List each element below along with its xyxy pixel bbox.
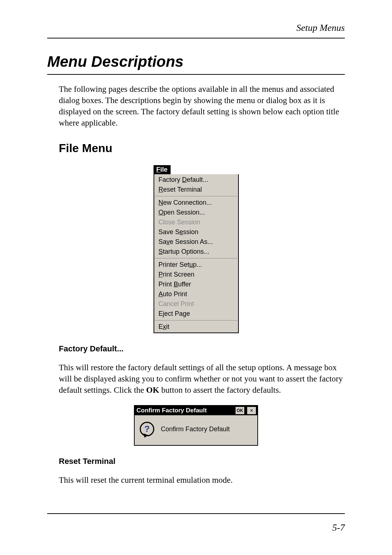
manual-page: Setup Menus Menu Descriptions The follow… <box>0 0 392 555</box>
menu-item[interactable]: Eject Page <box>154 309 238 319</box>
opt1-text-after: button to assert the factory defaults. <box>159 385 281 395</box>
intro-paragraph: The following pages describe the options… <box>59 83 345 128</box>
option-body-reset-terminal: This will reset the current terminal emu… <box>59 474 345 486</box>
section-heading-file-menu: File Menu <box>59 142 345 155</box>
question-glyph: ? <box>144 424 150 434</box>
menu-item[interactable]: Save Session <box>154 227 238 237</box>
menu-separator <box>155 258 237 258</box>
dialog-title: Confirm Factory Default <box>136 407 233 414</box>
running-header: Setup Menus <box>47 23 345 33</box>
menu-item[interactable]: Reset Terminal <box>154 185 238 195</box>
option-title-reset-terminal: Reset Terminal <box>59 457 345 466</box>
menu-item[interactable]: Save Session As... <box>154 237 238 247</box>
dialog-body: ? Confirm Factory Default <box>135 415 257 445</box>
header-rule <box>47 38 345 38</box>
opt1-text-bold: OK <box>146 385 159 395</box>
page-number: 5-7 <box>332 522 345 533</box>
menu-item[interactable]: Exit <box>154 322 238 332</box>
close-button[interactable]: × <box>247 407 256 415</box>
menu-item[interactable]: Factory Default... <box>154 175 238 185</box>
menu-tab-accel: F <box>156 166 160 173</box>
menu-item[interactable]: Open Session... <box>154 208 238 217</box>
question-icon: ? <box>140 422 154 436</box>
menu-item: Close Session <box>154 217 238 227</box>
menu-item[interactable]: Print Buffer <box>154 279 238 289</box>
menu-item: Cancel Print <box>154 299 238 309</box>
option-title-factory-default: Factory Default... <box>59 344 345 354</box>
title-rule <box>47 74 345 75</box>
confirm-dialog: Confirm Factory Default OK × ? Confirm F… <box>134 405 258 446</box>
dialog-message: Confirm Factory Default <box>161 425 230 433</box>
page-title: Menu Descriptions <box>47 53 345 70</box>
menu-separator <box>155 320 237 321</box>
menu-separator <box>155 196 237 196</box>
menu-item[interactable]: Startup Options... <box>154 247 238 257</box>
file-menu-body: Factory Default...Reset TerminalNew Conn… <box>154 174 239 333</box>
menu-item[interactable]: Printer Setup... <box>154 260 238 270</box>
menu-tab-rest: ile <box>160 166 168 173</box>
confirm-dialog-figure: Confirm Factory Default OK × ? Confirm F… <box>47 405 345 446</box>
menu-item[interactable]: Auto Print <box>154 289 238 299</box>
menu-item[interactable]: Print Screen <box>154 270 238 279</box>
menu-tab-file[interactable]: File <box>154 165 171 174</box>
menu-item[interactable]: New Connection... <box>154 198 238 208</box>
dialog-titlebar: Confirm Factory Default OK × <box>135 406 257 415</box>
file-menu-figure: File Factory Default...Reset TerminalNew… <box>47 165 345 333</box>
ok-button[interactable]: OK <box>235 407 245 415</box>
option-body-factory-default: This will restore the factory default se… <box>59 362 345 396</box>
footer-rule <box>47 513 345 514</box>
